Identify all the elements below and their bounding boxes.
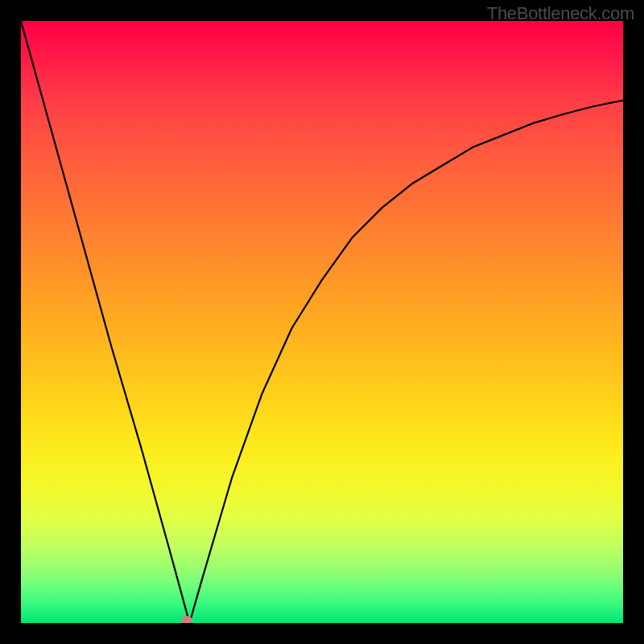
watermark-text: TheBottleneck.com	[487, 3, 634, 24]
bottleneck-curve-svg	[21, 21, 623, 623]
plot-area	[21, 21, 623, 623]
bottleneck-curve	[21, 21, 623, 623]
minimum-marker	[181, 616, 192, 623]
